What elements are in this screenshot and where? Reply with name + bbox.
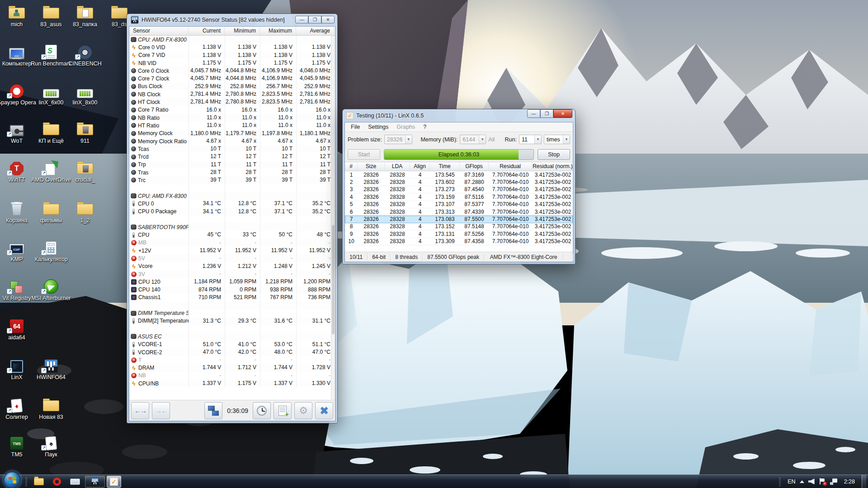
linx-column-header[interactable]: Align bbox=[410, 162, 430, 171]
sensor-row[interactable]: ✕NB---- bbox=[129, 372, 335, 380]
linx-result-row-9[interactable]: 928326283284173.13187.52567.707064e-0103… bbox=[345, 230, 573, 238]
language-indicator[interactable]: EN bbox=[788, 479, 795, 485]
taskbar-pin-opera[interactable] bbox=[50, 476, 64, 488]
sensor-row[interactable]: ✕5V---- bbox=[129, 254, 335, 262]
sensor-row[interactable]: Trp11 T11 T11 T11 T bbox=[129, 161, 335, 169]
sensor-row[interactable]: DIMM[2] Temperature31.3 °C29.3 °C31.6 °C… bbox=[129, 317, 335, 325]
sensor-row[interactable]: Trc39 T39 T39 T39 T bbox=[129, 176, 335, 184]
sensor-section-row[interactable]: ASUS EC bbox=[129, 333, 335, 340]
linx-column-header[interactable]: Size bbox=[358, 162, 385, 171]
hwinfo-restore-button[interactable]: ❐ bbox=[308, 16, 321, 23]
sensor-section-row[interactable]: DIMM Temperature S... bbox=[129, 309, 335, 317]
sensor-row[interactable]: Tcas10 T10 T10 T10 T bbox=[129, 145, 335, 153]
sensor-row[interactable]: Memory Clock1,180.0 MHz1,179.7 MHz1,197.… bbox=[129, 130, 335, 137]
run-count-dropdown[interactable]: 11▼ bbox=[519, 135, 542, 144]
taskbar-button-linx[interactable]: ✓ bbox=[107, 476, 121, 488]
desktop-icon-linx-8x00[interactable]: linX_8x00 bbox=[64, 81, 106, 106]
desktop-icon-crucial[interactable]: crucial_ bbox=[64, 158, 106, 183]
desktop-icon-hwinfo64[interactable]: ↗HWiNFO64 bbox=[30, 356, 72, 380]
column-header-sensor[interactable]: Sensor bbox=[129, 27, 189, 35]
desktop-icon-msi-afterburner[interactable]: ↗MSI Afterburner bbox=[30, 277, 72, 301]
sensor-row[interactable]: VCORE-151.0 °C41.0 °C53.0 °C51.1 °C bbox=[129, 341, 335, 348]
close-sensors-button[interactable]: ✖ bbox=[315, 402, 333, 419]
expand-columns-button[interactable]: ←→ bbox=[131, 402, 149, 419]
linx-result-row-10[interactable]: 1028326283284173.30987.43587.707064e-010… bbox=[345, 238, 573, 245]
menu-?[interactable]: ? bbox=[419, 123, 430, 131]
linx-result-row-6[interactable]: 628326283284173.31387.43397.707064e-0103… bbox=[345, 208, 573, 216]
linx-column-header[interactable]: Time bbox=[430, 162, 460, 171]
column-header-average[interactable]: Average bbox=[296, 27, 334, 35]
linx-close-button[interactable]: ✕ bbox=[553, 109, 572, 118]
linx-result-row-7[interactable]: 728326283284173.08387.55007.707064e-0103… bbox=[345, 216, 573, 223]
sensor-row[interactable]: ϟ+12V11.952 V11.952 V11.952 V11.952 V bbox=[129, 247, 335, 254]
show-hidden-icons-chevron-icon[interactable] bbox=[800, 480, 804, 483]
linx-result-row-8[interactable]: 828326283284173.15287.51487.707064e-0103… bbox=[345, 223, 573, 230]
taskbar-pin-keyboard[interactable] bbox=[68, 476, 82, 488]
sensor-row[interactable]: CPU45 °C33 °C50 °C48 °C bbox=[129, 231, 335, 239]
sensor-row[interactable]: VCORE-247.0 °C42.0 °C48.0 °C47.0 °C bbox=[129, 348, 335, 356]
desktop-icon-1-2[interactable]: 1_2 bbox=[64, 199, 106, 224]
desktop-icon-calculator[interactable]: ↗Калькулятор bbox=[30, 238, 72, 263]
linx-result-row-5[interactable]: 528326283284173.10787.53777.707064e-0103… bbox=[345, 201, 573, 208]
linx-minimize-button[interactable]: — bbox=[527, 109, 540, 118]
sensor-row[interactable]: ϟNB VID1.175 V1.175 V1.175 V1.175 V bbox=[129, 59, 335, 67]
sensor-row[interactable]: CPU 034.1 °C12.8 °C37.1 °C35.2 °C bbox=[129, 200, 335, 207]
sensor-section-row[interactable]: CPU: AMD FX-8300 bbox=[129, 192, 335, 200]
linx-column-header[interactable]: Residual (norm.) bbox=[532, 162, 573, 171]
sensor-row[interactable]: Bus Clock252.9 MHz252.8 MHz256.7 MHz252.… bbox=[129, 83, 335, 90]
sensor-row[interactable]: Memory Clock Ratio4.67 x4.67 x4.67 x4.67… bbox=[129, 137, 335, 145]
sensor-row[interactable]: Chassis1710 RPM521 RPM767 RPM736 RPM bbox=[129, 294, 335, 301]
linx-column-header[interactable]: LDA bbox=[385, 162, 410, 171]
show-desktop-button[interactable] bbox=[862, 475, 866, 488]
linx-result-row-1[interactable]: 128326283284173.54587.31697.707064e-0103… bbox=[345, 171, 573, 178]
linx-column-header[interactable]: # bbox=[345, 162, 358, 171]
sensor-row[interactable]: Core 7 Clock4,045.7 MHz4,044.8 MHz4,106.… bbox=[129, 75, 335, 82]
settings-button[interactable]: ⚙ bbox=[294, 402, 312, 419]
sensor-row[interactable]: ϟCPU/NB1.337 V1.175 V1.337 V1.330 V bbox=[129, 380, 335, 387]
sensor-row[interactable]: ✕MB---- bbox=[129, 239, 335, 247]
taskbar-pin-explorer[interactable] bbox=[32, 476, 46, 488]
linx-result-row-3[interactable]: 328326283284173.27387.45407.707064e-0103… bbox=[345, 186, 573, 193]
run-units-dropdown[interactable]: times▼ bbox=[544, 135, 570, 144]
desktop-icon-911[interactable]: 911 bbox=[64, 119, 106, 144]
column-header-maximum[interactable]: Maximum bbox=[260, 27, 296, 35]
network-icon[interactable] bbox=[830, 479, 837, 485]
taskbar-clock[interactable]: 2:28 bbox=[844, 479, 855, 485]
desktop-icon-pauk[interactable]: ♠↗Паук bbox=[30, 433, 72, 458]
sensor-row[interactable]: ✕T---- bbox=[129, 356, 335, 364]
sensor-row[interactable]: CPU 1201,184 RPM1,059 RPM1,218 RPM1,200 … bbox=[129, 278, 335, 286]
menu-file[interactable]: File bbox=[347, 123, 364, 131]
hwinfo-minimize-button[interactable]: — bbox=[295, 16, 308, 23]
sensor-row[interactable]: Trcd12 T12 T12 T12 T bbox=[129, 153, 335, 160]
linx-result-row-4[interactable]: 428326283284173.15987.51167.707064e-0103… bbox=[345, 193, 573, 201]
hwinfo-scrollbar-thumb[interactable] bbox=[332, 225, 335, 334]
volume-icon[interactable] bbox=[808, 479, 815, 484]
desktop-icon-cinebench[interactable]: ↗CINEBENCH bbox=[64, 42, 106, 67]
sensor-section-row[interactable]: CPU: AMD FX-8300 bbox=[129, 36, 335, 43]
sensor-row[interactable]: CPU 0 Package34.1 °C12.8 °C37.1 °C35.2 °… bbox=[129, 208, 335, 216]
collapse-columns-button[interactable]: →← bbox=[152, 402, 170, 419]
menu-settings[interactable]: Settings bbox=[364, 123, 392, 131]
desktop-icon-novaya-83[interactable]: Новая 83 bbox=[30, 395, 72, 420]
sensor-row[interactable]: ϟVcore1.236 V1.212 V1.248 V1.245 V bbox=[129, 263, 335, 270]
sensor-row[interactable]: ϟDRAM1.744 V1.712 V1.744 V1.728 V bbox=[129, 364, 335, 371]
action-center-flag-icon[interactable]: ✕ bbox=[819, 478, 826, 485]
hwinfo-close-button[interactable]: ✕ bbox=[321, 16, 335, 23]
sensor-row[interactable]: ϟCore 7 VID1.138 V1.138 V1.138 V1.138 V bbox=[129, 52, 335, 59]
linx-column-header[interactable]: GFlops bbox=[460, 162, 489, 171]
linx-maximize-button[interactable]: ❐ bbox=[540, 109, 553, 118]
column-header-current[interactable]: Current bbox=[189, 27, 225, 35]
desktop-icon-aida64[interactable]: 64↗aida64 bbox=[0, 316, 38, 341]
sensor-row[interactable]: Tras28 T28 T28 T28 T bbox=[129, 169, 335, 176]
start-button[interactable] bbox=[4, 471, 21, 488]
sensor-row[interactable]: CPU 140874 RPM0 RPM938 RPM888 RPM bbox=[129, 286, 335, 294]
hwinfo-titlebar[interactable]: HWiNFO64 v5.12-2740 Sensor Status [82 va… bbox=[127, 14, 337, 26]
hwinfo-scrollbar[interactable] bbox=[331, 36, 335, 400]
sensor-section-row[interactable]: SABERTOOTH 990F... bbox=[129, 223, 335, 231]
sensor-row[interactable]: NB Ratio11.0 x11.0 x11.0 x11.0 x bbox=[129, 114, 335, 122]
linx-column-header[interactable]: Residual bbox=[489, 162, 532, 171]
remote-monitoring-button[interactable] bbox=[204, 402, 222, 419]
logging-button[interactable] bbox=[274, 402, 292, 419]
taskbar-button-hwinfo64[interactable] bbox=[85, 476, 105, 488]
sensor-row[interactable]: ϟCore 0 VID1.138 V1.138 V1.138 V1.138 V bbox=[129, 43, 335, 51]
